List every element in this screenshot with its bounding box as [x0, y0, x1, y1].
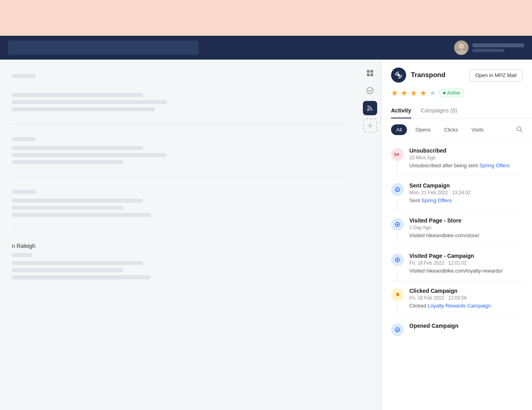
svg-rect-6: [370, 73, 373, 76]
activity-time: 1 Day Ago: [409, 225, 522, 230]
timeline-line: [397, 197, 397, 211]
skeleton-line: [12, 93, 143, 97]
svg-line-13: [520, 130, 522, 132]
nav-search-bar[interactable]: [8, 41, 199, 55]
activity-link-spring-offers-2[interactable]: Spring Offers: [421, 197, 451, 203]
skeleton-line: [12, 275, 151, 279]
status-dot: [443, 92, 445, 94]
activity-link-spring-offers-1[interactable]: Spring Offers: [479, 162, 509, 168]
user-name-skeleton: [472, 43, 524, 47]
skeleton-line: [12, 146, 143, 150]
activity-content-unsubscribed: Unsubscribed 10 Mins Ago Unsubscribed af…: [409, 147, 522, 169]
activity-item-clicked-campaign: Clicked Campaign Fri, 18 Feb 2022 · 12:0…: [391, 281, 522, 316]
svg-point-11: [397, 74, 400, 76]
svg-point-21: [397, 259, 398, 261]
status-badge: Active: [439, 89, 465, 97]
click-icon: [391, 288, 404, 301]
filter-clicks-button[interactable]: Clicks: [439, 124, 463, 135]
sidebar-icon-add[interactable]: [363, 118, 377, 133]
activity-content-opened: Opened Campaign: [409, 323, 522, 336]
tab-campaigns[interactable]: Campaigns (6): [421, 103, 457, 118]
star-1[interactable]: ★: [391, 88, 398, 98]
nav-user-area: [454, 41, 524, 55]
status-label: Active: [447, 90, 460, 96]
send-icon: @: [391, 183, 404, 196]
activity-list: Unsubscribed 10 Mins Ago Unsubscribed af…: [382, 141, 532, 410]
tabs-row: Activity Campaigns (6): [391, 103, 522, 118]
skeleton-group-3: [12, 186, 347, 221]
left-panel: n Raleigh: [0, 60, 359, 410]
activity-icon-wrap-unsubscribed: [391, 147, 404, 169]
filter-visits-button[interactable]: Visits: [466, 124, 489, 135]
activity-time: Fri, 18 Feb 2022 · 12:01:02: [409, 260, 522, 266]
skeleton-line: [12, 253, 32, 257]
contact-name-row: Transpond: [391, 68, 445, 83]
activity-time: Mon, 21 Feb 2022 · 13:24:02: [409, 190, 522, 195]
star-3[interactable]: ★: [410, 88, 417, 98]
skeleton-line: [12, 160, 123, 164]
main-area: n Raleigh: [0, 60, 532, 410]
contact-detail-panel: Transpond Open in MPZ Mail ★ ★ ★ ★ ★ Act…: [381, 60, 532, 410]
activity-content-sent: Sent Campaign Mon, 21 Feb 2022 · 13:24:0…: [409, 182, 522, 204]
divider: [12, 124, 347, 124]
activity-link-loyalty-rewards[interactable]: Loyalty Rewards Campaign: [428, 303, 491, 309]
activity-content-visited-campaign: Visited Page - Campaign Fri, 18 Feb 2022…: [409, 253, 522, 275]
timeline-line: [397, 162, 397, 176]
skeleton-line: [12, 137, 36, 141]
filter-opens-button[interactable]: Opens: [410, 124, 436, 135]
top-background: [0, 0, 532, 36]
skeleton-line: [12, 190, 36, 194]
skeleton-line: [12, 153, 167, 157]
svg-point-1: [459, 43, 464, 49]
skeleton-section-1: [12, 68, 347, 84]
activity-icon-wrap-sent: @: [391, 182, 404, 204]
activity-desc: Sent Spring Offers: [409, 197, 522, 204]
activity-title: Unsubscribed: [409, 147, 522, 154]
sidebar-icon-check[interactable]: [363, 83, 377, 98]
avatar[interactable]: [454, 41, 468, 55]
contact-raleigh-section: n Raleigh: [12, 239, 347, 283]
skeleton-group-2: [12, 133, 347, 168]
sidebar-icon-grid[interactable]: [363, 66, 377, 80]
filter-all-button[interactable]: All: [391, 124, 407, 135]
skeleton-line: [12, 199, 143, 203]
svg-point-8: [367, 109, 369, 111]
contact-top-row: Transpond Open in MPZ Mail: [391, 68, 522, 83]
activity-item-visited-store: Visited Page - Store 1 Day Ago Visited h…: [391, 211, 522, 246]
svg-point-7: [367, 87, 373, 94]
user-info: [472, 43, 524, 52]
activity-icon-wrap-opened: @: [391, 323, 404, 336]
activity-content-clicked: Clicked Campaign Fri, 18 Feb 2022 · 12:0…: [409, 288, 522, 309]
activity-icon-wrap-visited-campaign: [391, 253, 404, 275]
timeline-line: [397, 267, 397, 281]
svg-rect-5: [367, 73, 370, 76]
tab-activity[interactable]: Activity: [391, 103, 411, 118]
contact-name: Transpond: [411, 71, 445, 79]
visit-campaign-icon: [391, 253, 404, 266]
search-icon[interactable]: [516, 126, 522, 134]
svg-point-19: [397, 224, 398, 225]
divider: [12, 177, 347, 177]
svg-text:@: @: [395, 188, 399, 192]
open-in-mpz-button[interactable]: Open in MPZ Mail: [469, 69, 522, 81]
star-5[interactable]: ★: [429, 88, 436, 98]
user-sub-skeleton: [472, 49, 504, 52]
skeleton-line: [12, 213, 151, 217]
skeleton-line: [12, 107, 155, 111]
activity-time: Fri, 18 Feb 2022 · 12:00:56: [409, 295, 522, 301]
activity-time: 10 Mins Ago: [409, 155, 522, 161]
star-4[interactable]: ★: [420, 88, 427, 98]
activity-icon-wrap-clicked: [391, 288, 404, 309]
activity-item-opened-campaign: @ Opened Campaign: [391, 316, 522, 342]
sidebar-icon-rss[interactable]: [363, 101, 377, 115]
stars-row: ★ ★ ★ ★ ★ Active: [391, 88, 522, 98]
activity-title: Visited Page - Store: [409, 217, 522, 224]
activity-desc: Clicked Loyalty Rewards Campaign: [409, 302, 522, 309]
activity-title: Opened Campaign: [409, 323, 522, 329]
skeleton-line: [12, 100, 167, 104]
activity-title: Sent Campaign: [409, 182, 522, 189]
star-2[interactable]: ★: [401, 88, 408, 98]
contact-raleigh-name: n Raleigh: [12, 243, 347, 249]
svg-rect-4: [370, 70, 373, 73]
skeleton-line: [12, 74, 36, 78]
